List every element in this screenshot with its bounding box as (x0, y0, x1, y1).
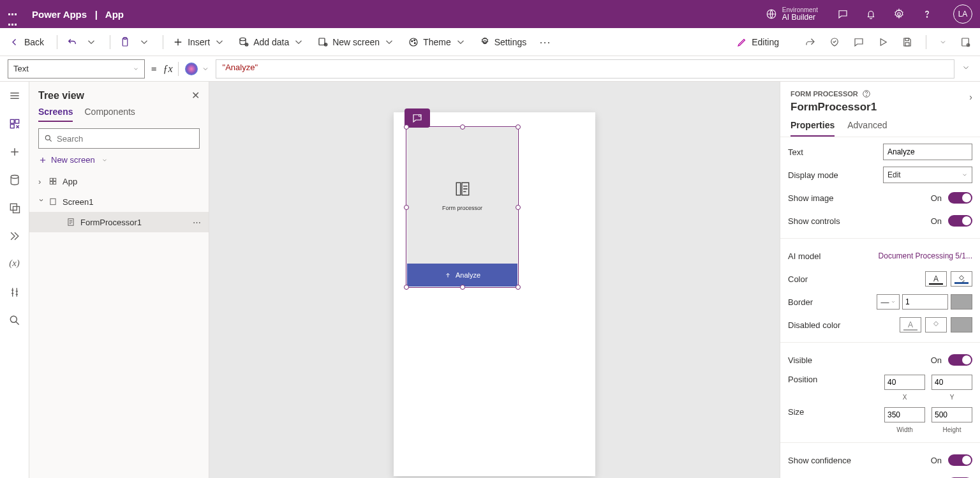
rail-power-automate[interactable] (8, 230, 21, 243)
undo-button[interactable] (66, 36, 78, 48)
paste-button[interactable] (119, 36, 131, 48)
publish-icon[interactable] (960, 36, 971, 48)
visible-toggle[interactable] (948, 354, 972, 366)
environment-label: Environment (782, 6, 818, 13)
tab-properties[interactable]: Properties (791, 120, 835, 137)
settings-label: Settings (494, 37, 527, 47)
notifications-icon[interactable] (865, 8, 877, 20)
prop-label: Show image (788, 193, 834, 203)
show-confidence-toggle[interactable] (948, 454, 972, 466)
canvas[interactable]: Form processor Analyze (209, 82, 780, 478)
tree-search[interactable] (38, 128, 200, 149)
disabled-fill-swatch[interactable] (925, 317, 947, 332)
add-data-button[interactable]: Add data (238, 36, 304, 48)
close-tree-button[interactable]: ✕ (191, 89, 200, 101)
checker-icon[interactable] (829, 36, 840, 48)
undo-split[interactable] (85, 36, 97, 48)
resize-handle[interactable] (516, 285, 521, 290)
disabled-font-swatch[interactable]: A (900, 317, 921, 332)
toggle-value: On (931, 216, 942, 226)
prop-text-input[interactable] (883, 144, 972, 160)
size-height-input[interactable] (932, 407, 972, 422)
rail-variables[interactable]: (x) (8, 258, 21, 271)
formula-input[interactable]: "Analyze" (216, 59, 954, 78)
main-area: (x) Tree view ✕ Screens Components New s… (0, 82, 980, 478)
selected-control[interactable]: Form processor Analyze (406, 126, 519, 288)
tree-item-screen1[interactable]: › Screen1 (29, 191, 209, 212)
help-icon[interactable] (921, 8, 933, 20)
tree-search-input[interactable] (57, 134, 194, 144)
resize-handle[interactable] (404, 285, 409, 290)
position-y-input[interactable] (932, 375, 972, 390)
resize-handle[interactable] (404, 124, 409, 130)
back-button[interactable]: Back (9, 36, 44, 48)
prop-label: AI model (788, 251, 820, 261)
collapse-panel-button[interactable]: › (969, 92, 972, 102)
position-x-input[interactable] (884, 375, 925, 390)
environment-picker[interactable]: Environment AI Builder (766, 6, 818, 22)
svg-rect-27 (54, 178, 56, 181)
prop-row-show-controls: Show controls On (788, 213, 972, 229)
rail-tree-view[interactable] (8, 117, 21, 130)
comments-icon[interactable] (853, 36, 865, 48)
tab-advanced[interactable]: Advanced (847, 120, 887, 137)
rail-tools[interactable] (8, 286, 21, 299)
size-width-input[interactable] (884, 407, 925, 422)
svg-point-12 (414, 42, 415, 43)
tree-item-app[interactable]: › App (29, 171, 209, 191)
tab-components[interactable]: Components (84, 107, 135, 122)
rail-search[interactable] (8, 314, 21, 327)
rail-media[interactable] (8, 202, 21, 214)
property-selector[interactable]: Text (8, 59, 145, 78)
copilot-chevron[interactable] (202, 65, 209, 73)
prop-display-mode-select[interactable]: Edit (883, 167, 972, 183)
ai-model-link[interactable]: Document Processing 5/1... (879, 251, 972, 260)
user-avatar[interactable]: LA (953, 4, 972, 24)
settings-button[interactable]: Settings (479, 36, 527, 48)
play-icon[interactable] (877, 36, 889, 48)
theme-button[interactable]: Theme (408, 36, 466, 48)
fx-icon[interactable]: ƒx (163, 63, 172, 75)
show-controls-toggle[interactable] (948, 215, 972, 227)
waffle-icon[interactable] (8, 8, 20, 20)
svg-rect-15 (905, 42, 909, 45)
tree-item-more-button[interactable]: ⋯ (193, 218, 202, 227)
border-style-select[interactable]: — (877, 294, 900, 310)
font-color-swatch[interactable]: A (925, 271, 947, 287)
analyze-button[interactable]: Analyze (407, 264, 517, 287)
tree-item-formprocessor[interactable]: FormProcessor1 ⋯ (29, 212, 209, 232)
resize-handle[interactable] (404, 205, 409, 210)
disabled-border-swatch[interactable] (951, 317, 972, 332)
app-top-bar: Power Apps | App Environment AI Builder … (0, 0, 980, 28)
border-color-swatch[interactable] (951, 294, 972, 310)
paste-split[interactable] (138, 36, 150, 48)
rail-insert[interactable] (8, 146, 21, 158)
rail-data[interactable] (8, 174, 21, 186)
copilot-icon[interactable] (185, 63, 198, 75)
save-icon[interactable] (902, 36, 913, 48)
overflow-button[interactable]: ⋯ (539, 35, 551, 49)
editing-mode-button[interactable]: Editing (736, 36, 779, 48)
tab-screens[interactable]: Screens (38, 107, 73, 122)
rail-hamburger[interactable] (8, 89, 21, 102)
new-screen-button[interactable]: New screen (317, 36, 395, 48)
resize-handle[interactable] (516, 124, 521, 130)
save-split[interactable] (939, 38, 947, 46)
show-image-toggle[interactable] (948, 192, 972, 204)
new-screen-link[interactable]: New screen (29, 149, 209, 171)
resize-handle[interactable] (460, 124, 465, 130)
resize-handle[interactable] (516, 205, 521, 210)
info-icon[interactable] (862, 89, 871, 98)
fill-color-swatch[interactable] (951, 271, 972, 287)
expand-formula-button[interactable] (960, 63, 972, 74)
svg-point-10 (412, 40, 413, 41)
insert-button[interactable]: Insert (172, 36, 225, 48)
chat-icon[interactable] (837, 8, 849, 20)
prop-row-show-confidence: Show confidence On (788, 452, 972, 468)
share-icon[interactable] (805, 36, 816, 48)
settings-icon[interactable] (893, 8, 905, 20)
upload-icon (444, 271, 452, 279)
resize-handle[interactable] (460, 285, 465, 290)
svg-rect-26 (50, 178, 52, 181)
border-width-input[interactable] (902, 294, 948, 310)
